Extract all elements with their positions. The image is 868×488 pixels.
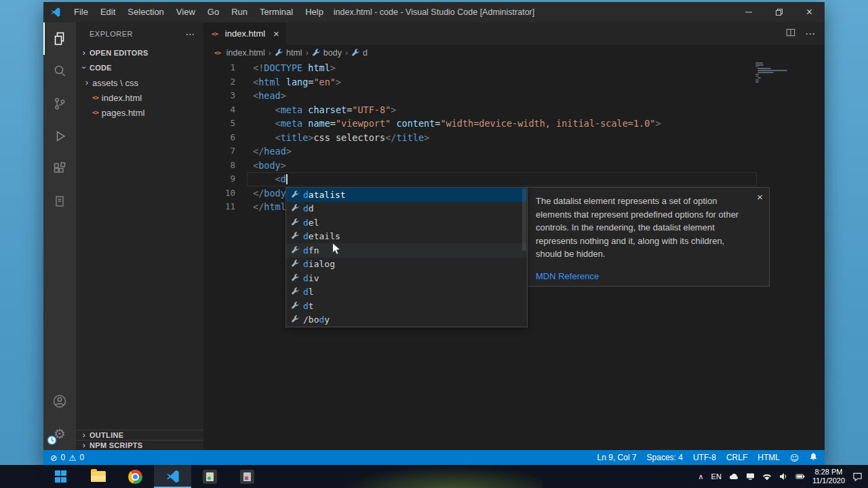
line-number: 7	[203, 144, 235, 159]
account-icon[interactable]	[43, 385, 76, 418]
code-line-8[interactable]: 8<body>	[203, 159, 825, 173]
suggest-scrollbar[interactable]	[522, 188, 526, 251]
window-title: index.html - code - Visual Studio Code […	[334, 7, 534, 17]
section-outline[interactable]: › OUTLINE	[76, 430, 203, 440]
tray-volume-icon[interactable]	[779, 472, 788, 481]
section-npm-scripts[interactable]: › NPM SCRIPTS	[76, 440, 203, 450]
tree-item[interactable]: <>pages.html	[76, 105, 203, 120]
status-item[interactable]: Spaces: 4	[647, 453, 683, 462]
explorer-actions-icon[interactable]: ⋯	[186, 28, 196, 39]
suggest-item-del[interactable]: del	[286, 216, 527, 230]
menu-item[interactable]: File	[68, 2, 94, 22]
windows-logo-icon	[55, 470, 67, 483]
tray-battery-icon[interactable]	[795, 473, 805, 480]
suggest-item-body[interactable]: /body	[286, 313, 527, 327]
code-line-1[interactable]: 1<!DOCTYPE html>	[203, 61, 825, 75]
taskbar-app-icon-1[interactable]	[191, 465, 229, 488]
html-file-icon: <>	[212, 30, 218, 37]
breadcrumb-item[interactable]: body	[312, 48, 342, 58]
suggest-item-dl[interactable]: dl	[286, 285, 527, 300]
menu-item[interactable]: Terminal	[254, 2, 299, 22]
code-line-4[interactable]: 4 <meta charset="UTF-8">	[203, 103, 825, 117]
chevron-right-icon: ›	[79, 48, 90, 58]
tree-item[interactable]: <>index.html	[76, 90, 203, 105]
status-item[interactable]: HTML	[757, 453, 780, 462]
taskbar-clock[interactable]: 8:28 PM 11/1/2020	[812, 468, 845, 485]
notification-center-icon[interactable]	[852, 472, 863, 481]
section-code[interactable]: › CODE	[76, 60, 203, 75]
tree-item-label: pages.html	[102, 108, 145, 118]
breadcrumb-item[interactable]: html	[275, 48, 302, 58]
mdn-reference-link[interactable]: MDN Reference	[536, 270, 599, 283]
status-bar: ⊘ 0 ⚠ 0 Ln 9, Col 7Spaces: 4UTF-8CRLFHTM…	[43, 450, 825, 465]
breadcrumb-item[interactable]: <>index.html	[214, 48, 265, 58]
suggest-item-dialog[interactable]: dialog	[286, 258, 527, 272]
tray-cloud-icon[interactable]	[729, 472, 738, 481]
problems-status[interactable]: ⊘ 0 ⚠ 0	[50, 453, 84, 463]
doc-close-icon[interactable]: ×	[757, 190, 763, 204]
intellisense-suggest-widget: datalistdddeldetailsdfndialogdivdldt/bod…	[285, 187, 528, 327]
tab-index-html[interactable]: <> index.html ×	[203, 22, 286, 45]
menu-item[interactable]: View	[170, 2, 201, 22]
explorer-icon[interactable]	[43, 22, 76, 55]
vscode-taskbar-icon[interactable]	[154, 465, 191, 488]
section-label: OPEN EDITORS	[90, 49, 149, 57]
tray-expander-icon[interactable]: ∧	[698, 472, 704, 481]
custom-extension-icon[interactable]	[43, 185, 76, 218]
section-label: CODE	[90, 64, 112, 72]
feedback-smiley-icon[interactable]: ☺	[790, 453, 799, 463]
suggest-item-details[interactable]: details	[286, 230, 527, 244]
minimize-button[interactable]	[733, 2, 764, 22]
status-item[interactable]: UTF-8	[693, 453, 716, 462]
file-explorer-icon[interactable]	[79, 465, 117, 488]
code-line-3[interactable]: 3<head>	[203, 89, 825, 103]
search-icon[interactable]	[43, 55, 76, 87]
code-line-2[interactable]: 2<html lang="en">	[203, 75, 825, 89]
notifications-bell-icon[interactable]	[809, 452, 818, 463]
tray-wifi-icon[interactable]	[762, 473, 772, 481]
breadcrumb-item[interactable]: d	[351, 48, 368, 58]
taskbar-app-icon-2[interactable]	[229, 465, 266, 488]
symbol-property-icon	[289, 287, 302, 296]
suggest-item-dfn[interactable]: dfn	[286, 243, 527, 258]
menu-item[interactable]: Help	[299, 2, 330, 22]
vscode-logo-icon	[43, 7, 68, 18]
code-line-6[interactable]: 6 <title>css selectors</title>	[203, 131, 825, 145]
code-line-7[interactable]: 7</head>	[203, 144, 825, 159]
tab-close-icon[interactable]: ×	[273, 28, 279, 39]
chrome-icon[interactable]	[117, 465, 154, 488]
suggest-item-div[interactable]: div	[286, 271, 527, 285]
code-line-5[interactable]: 5 <meta name="viewport" content="width=d…	[203, 117, 825, 131]
extensions-icon[interactable]	[43, 152, 76, 185]
tray-monitor-icon[interactable]	[746, 472, 755, 481]
language-indicator[interactable]: EN	[711, 472, 722, 481]
more-actions-icon[interactable]: ⋯	[805, 28, 815, 40]
status-item[interactable]: CRLF	[726, 453, 747, 462]
suggest-doc-panel: The datalist element represents a set of…	[527, 187, 770, 287]
tree-item[interactable]: ›assets \ css	[76, 75, 203, 90]
split-editor-icon[interactable]	[786, 28, 795, 39]
suggest-item-dd[interactable]: dd	[286, 202, 527, 216]
minimap[interactable]	[755, 62, 787, 83]
start-button[interactable]	[42, 465, 79, 488]
restore-button[interactable]	[764, 2, 794, 22]
close-button[interactable]: ×	[794, 2, 825, 22]
code-line-9[interactable]: 9 <d	[203, 172, 825, 186]
menu-item[interactable]: Selection	[121, 2, 170, 22]
source-control-icon[interactable]	[43, 87, 76, 120]
run-debug-icon[interactable]	[43, 120, 76, 152]
symbol-icon	[275, 49, 283, 58]
menu-item[interactable]: Go	[201, 2, 225, 22]
status-icons: ☺	[790, 452, 818, 463]
menu-item[interactable]: Edit	[94, 2, 121, 22]
html-file-icon: <>	[214, 49, 220, 56]
line-number: 9	[203, 172, 235, 186]
symbol-property-icon	[289, 204, 302, 213]
suggest-item-dt[interactable]: dt	[286, 299, 527, 313]
menu-item[interactable]: Run	[225, 2, 254, 22]
status-item[interactable]: Ln 9, Col 7	[597, 453, 637, 462]
window-controls: ×	[733, 2, 825, 22]
section-open-editors[interactable]: › OPEN EDITORS	[76, 45, 203, 60]
suggest-item-datalist[interactable]: datalist	[286, 188, 527, 202]
settings-gear-icon[interactable]: ⚙	[43, 418, 76, 450]
